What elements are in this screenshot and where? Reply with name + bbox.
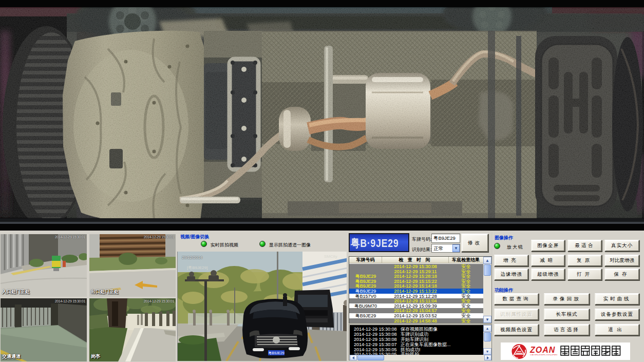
svg-text:粤B9JE29: 粤B9JE29 [268, 351, 285, 355]
svg-text:SMCity: SMCity [324, 254, 337, 259]
svg-text:29/12/2014: 29/12/2014 [182, 255, 203, 260]
svg-text:[粤B9JE29]: [粤B9JE29] [187, 265, 207, 270]
